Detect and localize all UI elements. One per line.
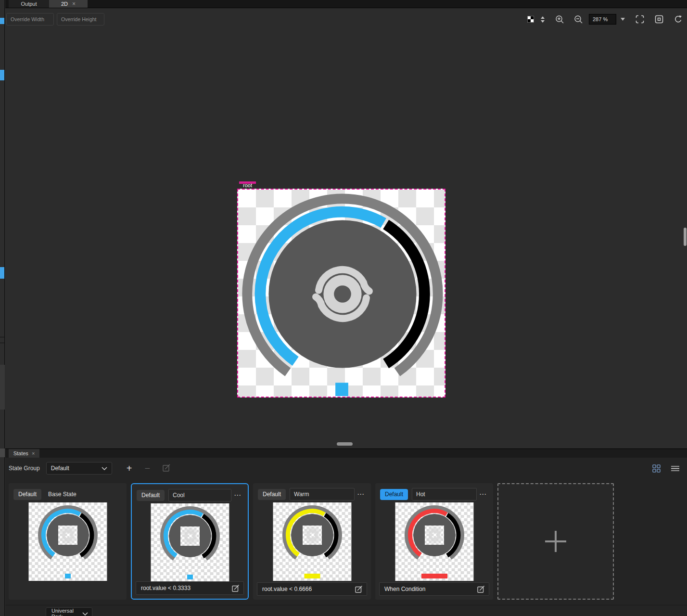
menu-dots-icon[interactable]: ⋯ xyxy=(231,491,244,500)
states-view-toggles xyxy=(652,464,679,473)
state-group-dropdown[interactable]: Default xyxy=(46,462,112,475)
states-toolbar: State Group Default + − xyxy=(9,462,679,475)
theme-dropdown[interactable]: Universal Dark xyxy=(46,607,92,616)
alpha-background-icon[interactable] xyxy=(527,16,534,23)
root-element-tag[interactable]: root xyxy=(239,181,256,184)
state-card-hot[interactable]: Default ⋯ When Conditi xyxy=(375,483,493,600)
state-group-badge[interactable]: Default xyxy=(258,489,286,500)
rail-divider xyxy=(0,343,5,343)
tab-output[interactable]: Output xyxy=(9,0,49,8)
state-condition: root.value < 0.6666 xyxy=(257,586,355,592)
state-condition-row[interactable]: root.value < 0.3333 xyxy=(136,581,244,595)
chevron-down-icon xyxy=(82,612,88,616)
dock-indicator[interactable] xyxy=(0,70,4,80)
zoom-presets-chevron-icon[interactable] xyxy=(621,18,625,21)
tab-2d-label: 2D xyxy=(61,1,68,7)
card-header: Default ⋯ xyxy=(380,488,489,500)
state-group-badge[interactable]: Default xyxy=(380,489,408,500)
zoom-out-icon[interactable] xyxy=(574,15,583,24)
add-state-icon xyxy=(544,530,567,553)
view-toolbar xyxy=(527,13,683,25)
reset-view-icon[interactable] xyxy=(674,15,683,24)
chevron-down-icon xyxy=(102,467,107,470)
state-thumbnail[interactable] xyxy=(151,503,229,582)
rail-divider xyxy=(0,337,5,337)
state-group-value: Default xyxy=(51,465,102,472)
state-card-base[interactable]: Default Base State xyxy=(9,483,127,600)
zoom-level-input[interactable] xyxy=(589,14,616,25)
state-group-badge[interactable]: Default xyxy=(137,490,165,501)
edit-condition-icon[interactable] xyxy=(355,585,363,593)
override-width-input[interactable] xyxy=(6,13,54,26)
state-group-badge[interactable]: Default xyxy=(13,489,41,500)
vertical-scrollbar-thumb[interactable] xyxy=(684,228,687,246)
menu-dots-icon[interactable]: ⋯ xyxy=(355,490,367,499)
zoom-to-selection-icon[interactable] xyxy=(655,15,663,24)
state-card-warm[interactable]: Default ⋯ root.value < xyxy=(253,483,371,600)
dock-indicator[interactable] xyxy=(0,267,4,279)
states-tabbar: States × xyxy=(5,449,687,458)
edit-state-group-icon[interactable] xyxy=(163,463,171,474)
grid-view-icon[interactable] xyxy=(652,464,661,473)
state-name-input[interactable] xyxy=(290,488,355,500)
document-tabbar: Output 2D × xyxy=(5,0,687,8)
override-size-row xyxy=(6,13,104,26)
card-header: Default Base State xyxy=(13,488,123,500)
card-header: Default ⋯ xyxy=(258,488,367,500)
tab-output-label: Output xyxy=(21,1,37,7)
state-name-input[interactable] xyxy=(412,488,477,500)
collapsed-panel-tab[interactable] xyxy=(0,449,5,457)
state-condition-row[interactable]: root.value < 0.6666 xyxy=(257,582,367,596)
tab-states-label: States xyxy=(13,450,28,456)
expand-vertical-icon[interactable] xyxy=(540,16,546,23)
state-condition: root.value < 0.3333 xyxy=(136,585,232,591)
root-element-artboard[interactable] xyxy=(237,189,445,398)
states-panel-footer: Universal Dark xyxy=(5,605,687,616)
app-window: Output 2D × xyxy=(0,0,687,616)
card-header: Default ⋯ xyxy=(137,489,244,501)
zoom-in-icon[interactable] xyxy=(555,15,564,24)
edit-condition-icon[interactable] xyxy=(477,585,485,593)
left-dock-rail xyxy=(0,0,5,616)
state-condition-row[interactable]: When Condition xyxy=(379,582,489,596)
close-icon[interactable]: × xyxy=(72,1,76,7)
state-group-label: State Group xyxy=(9,465,40,472)
state-thumbnail[interactable] xyxy=(273,502,351,581)
theme-value: Universal Dark xyxy=(51,608,82,616)
add-state-group-button[interactable]: + xyxy=(127,463,132,473)
remove-state-group-button[interactable]: − xyxy=(144,463,150,473)
dock-indicator[interactable] xyxy=(0,18,4,24)
panel-resize-handle[interactable] xyxy=(337,442,353,446)
edit-condition-icon[interactable] xyxy=(232,584,240,592)
tab-2d[interactable]: 2D × xyxy=(49,0,88,8)
zoom-fit-icon[interactable] xyxy=(636,15,644,24)
state-name-label: Base State xyxy=(48,491,76,498)
state-condition: When Condition xyxy=(380,586,477,592)
list-view-icon[interactable] xyxy=(671,465,679,472)
state-thumbnail[interactable] xyxy=(28,502,107,581)
state-card-cool[interactable]: Default ⋯ root.value < xyxy=(131,483,249,600)
close-icon[interactable]: × xyxy=(32,451,35,456)
tab-states[interactable]: States × xyxy=(9,449,39,458)
states-panel: States × State Group Default + − xyxy=(5,449,687,616)
states-cards-row: Default Base State xyxy=(9,483,614,600)
menu-dots-icon[interactable]: ⋯ xyxy=(477,490,489,499)
state-thumbnail[interactable] xyxy=(395,502,473,581)
collapsed-panel-tab[interactable] xyxy=(0,365,5,410)
override-height-input[interactable] xyxy=(57,13,104,26)
add-state-card[interactable] xyxy=(497,483,614,600)
state-name-input[interactable] xyxy=(168,489,231,501)
